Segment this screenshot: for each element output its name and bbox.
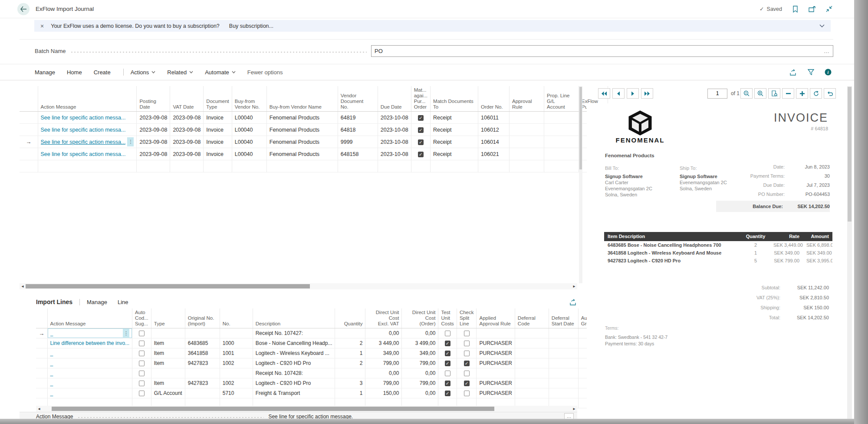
scroll-right-icon[interactable]: ▸: [571, 283, 577, 289]
column-header[interactable]: Check Split Line: [457, 308, 477, 328]
column-header[interactable]: Due Date: [378, 86, 411, 112]
journal-vertical-scrollbar[interactable]: [579, 86, 582, 283]
batch-name-field[interactable]: …: [371, 45, 833, 57]
menu-actions[interactable]: Actions: [131, 69, 156, 76]
auto-code-checkbox[interactable]: [139, 381, 145, 386]
test-unit-costs-checkbox[interactable]: [445, 381, 450, 386]
column-header[interactable]: Vendor Document No.: [338, 86, 378, 112]
undo-icon[interactable]: [824, 88, 836, 99]
filter-icon[interactable]: [808, 69, 814, 75]
check-split-line-checkbox[interactable]: [464, 361, 470, 366]
share-icon[interactable]: [790, 69, 797, 76]
scroll-right-icon[interactable]: ▸: [571, 406, 577, 412]
zoom-increase-icon[interactable]: [796, 88, 808, 99]
column-header[interactable]: Quantity: [335, 308, 365, 328]
menu-automate[interactable]: Automate: [205, 69, 236, 76]
test-unit-costs-checkbox[interactable]: [445, 361, 450, 366]
auto-code-checkbox[interactable]: [139, 351, 145, 356]
scrollbar-thumb[interactable]: [26, 284, 310, 288]
zoom-out-magnifier-icon[interactable]: [740, 88, 753, 99]
match-checkbox[interactable]: [418, 115, 424, 121]
column-header[interactable]: Original No. (Import): [185, 308, 220, 328]
import-lines-manage[interactable]: Manage: [87, 299, 107, 305]
action-message-link[interactable]: See line for specific action messa...: [41, 127, 126, 133]
column-header[interactable]: Document Type: [204, 86, 232, 112]
page-vertical-scrollbar[interactable]: [847, 86, 852, 419]
test-unit-costs-checkbox[interactable]: [445, 391, 450, 396]
column-header[interactable]: Auto Cod... Sug...: [132, 308, 151, 328]
column-header[interactable]: Test Unit Costs: [438, 308, 457, 328]
check-split-line-checkbox[interactable]: [464, 371, 470, 376]
table-row-selected[interactable]: → _⋮ Receipt No. 107427: 0,00 0,00: [36, 328, 598, 338]
column-header[interactable]: Buy-from Vendor Name: [266, 86, 338, 112]
table-row[interactable]: See line for specific action messa... 20…: [20, 148, 608, 160]
column-header[interactable]: Direct Unit Cost Excl. VAT: [365, 308, 402, 328]
table-row[interactable]: _ Item9427823 1002Logitech - C920 HD Pro…: [36, 378, 598, 388]
fit-page-icon[interactable]: [768, 88, 780, 99]
action-message-link[interactable]: _: [50, 390, 53, 396]
column-header[interactable]: Direct Unit Cost (Order): [402, 308, 438, 328]
match-checkbox[interactable]: [418, 139, 424, 145]
action-message-link[interactable]: Line difference between the invo...: [50, 340, 130, 346]
auto-code-checkbox[interactable]: [139, 371, 145, 376]
table-row[interactable]: See line for specific action messa... 20…: [20, 112, 608, 124]
first-page-button[interactable]: [598, 88, 610, 99]
column-header[interactable]: Action Message: [38, 86, 137, 112]
action-message-link[interactable]: _: [50, 360, 53, 366]
table-row-selected[interactable]: → See line for specific action messa...⋮…: [20, 136, 608, 148]
journal-horizontal-scrollbar[interactable]: ◂ ▸: [20, 283, 577, 289]
column-header[interactable]: No.: [220, 308, 253, 328]
share-icon[interactable]: [570, 299, 577, 305]
check-split-line-checkbox[interactable]: [464, 391, 470, 396]
auto-code-checkbox[interactable]: [139, 361, 145, 366]
table-row[interactable]: _ Item9427823 1002Logitech - C920 HD Pro…: [36, 358, 598, 368]
test-unit-costs-checkbox[interactable]: [445, 341, 450, 346]
table-row[interactable]: _ Item3641858 1001Logitech - Wireless Ke…: [36, 348, 598, 358]
last-page-button[interactable]: [641, 88, 653, 99]
auto-code-checkbox[interactable]: [139, 341, 145, 346]
test-unit-costs-checkbox[interactable]: [445, 371, 450, 376]
info-icon[interactable]: i: [825, 69, 832, 76]
column-header[interactable]: Buy-from Vendor No.: [232, 86, 266, 112]
auto-code-checkbox[interactable]: [139, 331, 145, 336]
column-header[interactable]: VAT Date: [170, 86, 204, 112]
check-split-line-checkbox[interactable]: [464, 331, 470, 336]
batch-name-input[interactable]: [375, 48, 824, 54]
scrollbar-thumb[interactable]: [848, 87, 852, 222]
column-header[interactable]: Match Documents To: [431, 86, 478, 112]
column-header[interactable]: Prop. Line G/L Account: [544, 86, 579, 112]
zoom-in-magnifier-icon[interactable]: [754, 88, 766, 99]
scrollbar-thumb[interactable]: [579, 87, 582, 169]
table-row[interactable]: _ Receipt No. 107428: 0,00 0,00: [36, 368, 598, 378]
action-message-link[interactable]: See line for specific action messa...: [41, 151, 126, 157]
column-header[interactable]: Description: [253, 308, 335, 328]
auto-code-checkbox[interactable]: [139, 391, 145, 396]
column-header[interactable]: Deferral Start Date: [549, 308, 578, 328]
page-number-input[interactable]: [708, 89, 727, 98]
table-row[interactable]: See line for specific action messa... 20…: [20, 124, 608, 136]
menu-home[interactable]: Home: [67, 69, 82, 76]
import-lines-horizontal-scrollbar[interactable]: ◂ ▸: [36, 406, 577, 412]
action-message-link[interactable]: See line for specific action messa...: [41, 115, 126, 121]
zoom-decrease-icon[interactable]: [782, 88, 794, 99]
open-in-new-window-icon[interactable]: [809, 6, 815, 12]
row-more-options-icon[interactable]: ⋮: [127, 137, 134, 146]
action-message-link[interactable]: _: [50, 350, 53, 356]
back-button[interactable]: [17, 3, 30, 15]
column-header[interactable]: Posting Date: [137, 86, 170, 112]
column-header[interactable]: Approval Rule: [510, 86, 544, 112]
action-message-link[interactable]: _: [50, 330, 122, 336]
row-more-options-icon[interactable]: ⋮: [123, 329, 129, 338]
import-lines-line[interactable]: Line: [118, 299, 128, 305]
check-split-line-checkbox[interactable]: [464, 351, 470, 356]
menu-related[interactable]: Related: [167, 69, 193, 76]
collapse-icon[interactable]: [826, 6, 832, 12]
action-message-link[interactable]: _: [50, 370, 53, 376]
column-header[interactable]: Type: [151, 308, 185, 328]
column-header[interactable]: Order No.: [478, 86, 510, 112]
refresh-icon[interactable]: [810, 88, 822, 99]
column-header[interactable]: Mat... agai... Pur... Order: [411, 86, 430, 112]
check-split-line-checkbox[interactable]: [464, 381, 470, 386]
close-icon[interactable]: ×: [40, 23, 44, 30]
scrollbar-thumb[interactable]: [52, 407, 494, 411]
